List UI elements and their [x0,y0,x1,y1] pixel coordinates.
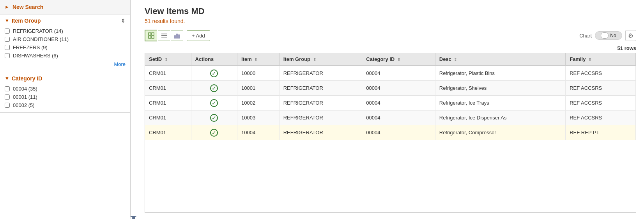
chart-area: Chart No ⚙ [579,30,636,41]
chart-view-button[interactable] [171,30,183,41]
svg-rect-1 [152,33,154,35]
desc-sort-icon: ⇕ [454,57,457,62]
category-id-filter-item: 00004 (35) [5,85,126,93]
add-button[interactable]: + Add [187,30,210,41]
col-setid[interactable]: SetID ⇕ [145,53,191,66]
chart-label: Chart [579,33,592,39]
list-view-button[interactable] [158,30,170,41]
category-id-label: Category ID [12,75,42,82]
table-row: CRM01✓10003REFRIGERATOR00004Refrigerator… [145,110,636,125]
cell-actions[interactable]: ✓ [191,66,237,81]
more-link[interactable]: More [5,60,126,69]
category-id-arrow-icon: ▼ [5,76,9,81]
svg-rect-9 [178,35,180,38]
cell-actions[interactable]: ✓ [191,81,237,96]
item-group-filter-item: DISHWASHERS (6) [5,52,126,60]
cell-actions[interactable]: ✓ [191,96,237,110]
cell-item: 10003 [237,110,280,125]
cell-category-id: 00004 [362,66,435,81]
category-id-checkbox[interactable] [5,103,10,108]
col-desc[interactable]: Desc ⇕ [435,53,565,66]
item-group-section: ▼ Item Group ⇕ REFRIGERATOR (14)AIR COND… [0,14,130,72]
item-group-filter-label: AIR CONDITIONER (11) [13,36,69,42]
settings-button[interactable]: ⚙ [625,30,636,41]
category-id-filter-item: 00001 (11) [5,93,126,101]
gear-icon: ⚙ [628,32,633,39]
sort-icon[interactable]: ⇕ [121,18,126,24]
category-id-filter-label: 00002 (5) [13,102,35,108]
category-id-sort-icon: ⇕ [397,57,400,62]
cell-setid: CRM01 [145,66,191,81]
toggle-text: No [610,33,616,38]
cell-desc: Refrigerator, Shelves [435,81,565,96]
cell-category-id: 00004 [362,125,435,140]
results-count: 51 results found. [145,18,636,24]
item-group-label: Item Group [12,18,41,24]
list-icon [161,32,167,39]
cell-setid: CRM01 [145,110,191,125]
cell-desc: Refrigerator, Compressor [435,125,565,140]
col-item[interactable]: Item ⇕ [237,53,280,66]
cell-category-id: 00004 [362,96,435,110]
item-group-filter-label: DISHWASHERS (6) [13,53,58,59]
col-item-group[interactable]: Item Group ⇕ [279,53,362,66]
svg-rect-0 [149,33,151,35]
cell-family: REF ACCSRS [566,81,636,96]
cell-actions[interactable]: ✓ [191,125,237,140]
item-group-filters: REFRIGERATOR (14)AIR CONDITIONER (11)FRE… [5,27,126,60]
toolbar-left: + Add [145,30,210,41]
page-title: View Items MD [145,6,636,16]
svg-rect-7 [174,36,176,38]
col-family[interactable]: Family ⇕ [566,53,636,66]
cell-family: REF ACCSRS [566,66,636,81]
new-search-label: New Search [12,4,43,10]
item-group-checkbox[interactable] [5,28,10,34]
family-sort-icon: ⇕ [588,57,591,62]
sidebar-collapse-handle[interactable]: ❚❚ [131,216,137,219]
item-group-checkbox[interactable] [5,53,10,58]
toolbar: + Add Chart No ⚙ [145,30,636,41]
category-id-checkbox[interactable] [5,94,10,100]
col-category-id[interactable]: Category ID ⇕ [362,53,435,66]
table-header-row: SetID ⇕ Actions Item ⇕ Item Group ⇕ Cate… [145,53,636,66]
item-group-filter-item: REFRIGERATOR (14) [5,27,126,35]
svg-rect-3 [152,36,154,38]
cell-family: REF ACCSRS [566,96,636,110]
cell-item: 10001 [237,81,280,96]
item-group-arrow-icon: ▼ [5,18,9,23]
data-table: SetID ⇕ Actions Item ⇕ Item Group ⇕ Cate… [145,53,636,140]
svg-rect-8 [176,34,178,38]
cell-setid: CRM01 [145,125,191,140]
grid-view-button[interactable] [145,30,157,41]
category-id-checkbox[interactable] [5,86,10,91]
category-id-header: ▼ Category ID [5,75,126,82]
sidebar: ► New Search ▼ Item Group ⇕ REFRIGERATOR… [0,0,131,219]
cell-item-group: REFRIGERATOR [279,125,362,140]
rows-count: 51 rows [145,45,636,51]
category-id-section: ▼ Category ID 00004 (35)00001 (11)00002 … [0,72,130,113]
data-table-wrapper: SetID ⇕ Actions Item ⇕ Item Group ⇕ Cate… [145,53,636,213]
item-group-sort-icon: ⇕ [313,57,316,62]
item-group-checkbox[interactable] [5,45,10,50]
bar-chart-icon [174,32,180,39]
cell-item-group: REFRIGERATOR [279,110,362,125]
chart-toggle[interactable]: No [595,31,622,40]
cell-item-group: REFRIGERATOR [279,66,362,81]
cell-item-group: REFRIGERATOR [279,81,362,96]
item-group-filter-label: FREEZERS (9) [13,45,48,50]
category-id-filter-item: 00002 (5) [5,101,126,109]
new-search-section[interactable]: ► New Search [0,0,130,14]
table-body: CRM01✓10000REFRIGERATOR00004Refrigerator… [145,66,636,140]
svg-rect-2 [149,36,151,38]
item-group-checkbox[interactable] [5,37,10,42]
cell-setid: CRM01 [145,81,191,96]
setid-sort-icon: ⇕ [165,57,168,62]
toggle-knob [601,32,609,39]
cell-family: REF REP PT [566,125,636,140]
cell-actions[interactable]: ✓ [191,110,237,125]
category-id-filter-label: 00001 (11) [13,94,37,100]
item-group-header: ▼ Item Group ⇕ [5,18,126,24]
category-id-filters: 00004 (35)00001 (11)00002 (5) [5,85,126,109]
cell-item: 10000 [237,66,280,81]
cell-item-group: REFRIGERATOR [279,96,362,110]
